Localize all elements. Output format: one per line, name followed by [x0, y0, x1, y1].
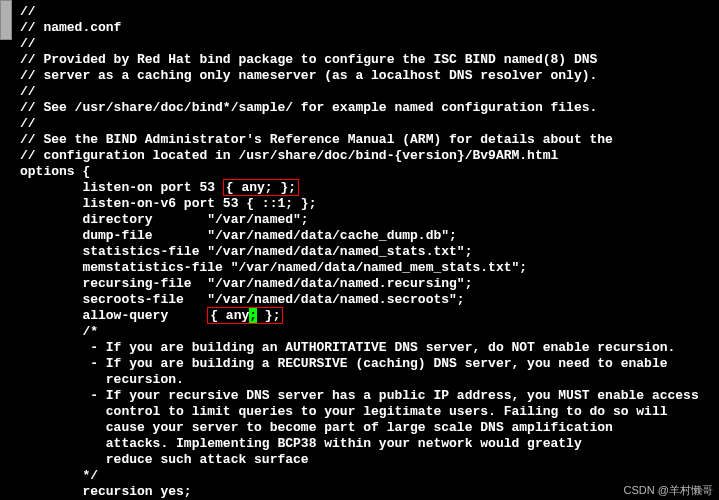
comment-line: // named.conf [20, 20, 719, 36]
block-comment-line: - If you are building a RECURSIVE (cachi… [20, 356, 719, 372]
block-comment-line: recursion. [20, 372, 719, 388]
highlight-box-2: { any; }; [207, 307, 283, 324]
comment-line: // See the BIND Administrator's Referenc… [20, 132, 719, 148]
block-comment-line: attacks. Implementing BCP38 within your … [20, 436, 719, 452]
recursing-line: recursing-file "/var/named/data/named.re… [20, 276, 719, 292]
listen-on-line: listen-on port 53 { any; }; [20, 180, 719, 196]
block-comment-close: */ [20, 468, 719, 484]
secroots-line: secroots-file "/var/named/data/named.sec… [20, 292, 719, 308]
comment-line: // See /usr/share/doc/bind*/sample/ for … [20, 100, 719, 116]
comment-line: // Provided by Red Hat bind package to c… [20, 52, 719, 68]
block-comment-line: - If you are building an AUTHORITATIVE D… [20, 340, 719, 356]
editor-viewport[interactable]: //// named.conf//// Provided by Red Hat … [0, 0, 719, 500]
allow-hl-a: { any [210, 308, 249, 323]
block-comment-line: - If your recursive DNS server has a pub… [20, 388, 719, 404]
highlight-box-1: { any; }; [223, 179, 299, 196]
allow-prefix: allow-query [20, 308, 207, 323]
directory-line: directory "/var/named"; [20, 212, 719, 228]
comment-line: // [20, 36, 719, 52]
recursion-line: recursion yes; [20, 484, 719, 500]
options-open: options { [20, 164, 719, 180]
listen-v6-line: listen-on-v6 port 53 { ::1; }; [20, 196, 719, 212]
cursor: ; [249, 308, 257, 323]
comment-line: // [20, 116, 719, 132]
listen-prefix: listen-on port 53 [20, 180, 223, 195]
comment-line: // configuration located in /usr/share/d… [20, 148, 719, 164]
allow-hl-b: }; [257, 308, 280, 323]
comment-line: // [20, 4, 719, 20]
allow-query-line: allow-query { any; }; [20, 308, 719, 324]
block-comment-open: /* [20, 324, 719, 340]
block-comment-line: control to limit queries to your legitim… [20, 404, 719, 420]
block-comment-line: cause your server to become part of larg… [20, 420, 719, 436]
stats-file-line: statistics-file "/var/named/data/named_s… [20, 244, 719, 260]
comment-line: // [20, 84, 719, 100]
dump-file-line: dump-file "/var/named/data/cache_dump.db… [20, 228, 719, 244]
block-comment-line: reduce such attack surface [20, 452, 719, 468]
comment-line: // server as a caching only nameserver (… [20, 68, 719, 84]
memstats-line: memstatistics-file "/var/named/data/name… [20, 260, 719, 276]
watermark: CSDN @羊村懒哥 [624, 483, 713, 498]
gutter-handle [0, 0, 12, 40]
